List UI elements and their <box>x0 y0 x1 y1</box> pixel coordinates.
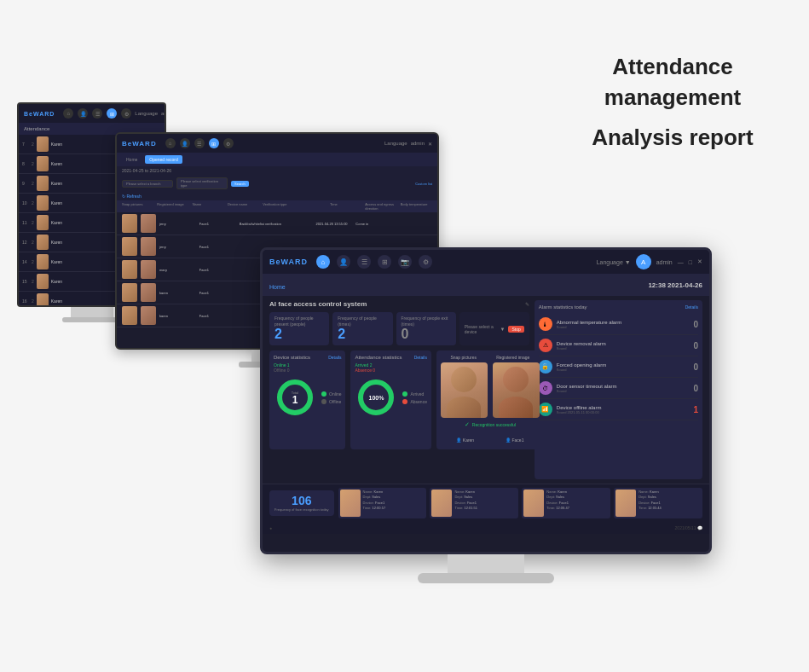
m3-header-bar: Home 12:38 2021-04-26 <box>263 274 709 296</box>
nav-icon-person[interactable]: 👤 <box>78 108 88 119</box>
legend-arrived: Arrived <box>402 391 426 397</box>
alarm-count: 1 <box>693 405 698 414</box>
monitor-dashboard: BeWARD ⌂ 👤 ☰ ⊞ 📷 ⚙ Language ▼ A admin — … <box>260 247 712 605</box>
td-time: 2021-04-26 13:55:00 <box>315 222 352 226</box>
strip-count: 106 <box>274 494 329 507</box>
m2-close[interactable]: ✕ <box>428 141 432 147</box>
m3-nav-list[interactable]: ☰ <box>357 255 371 269</box>
search-button[interactable]: Search <box>231 181 249 187</box>
alarm-item: ⏱ Door sensor timeout alarm Sound 0 <box>539 378 698 399</box>
card-info: Name: Karen Dept: Sales Device: Face1 Ti… <box>363 490 386 517</box>
m3-minimize[interactable]: — <box>678 259 684 265</box>
td-direction: Come in <box>355 222 392 226</box>
m2-nav-person[interactable]: 👤 <box>180 138 190 148</box>
monitor-1-logo: BeWARD <box>24 111 55 117</box>
attendance-details-btn[interactable]: Details <box>414 355 427 360</box>
m3-nav-camera[interactable]: 📷 <box>398 255 412 269</box>
m3-nav-grid[interactable]: ⊞ <box>378 255 391 269</box>
m3-bottom-left: ● <box>269 525 272 530</box>
nav-icon-active[interactable]: ⊞ <box>107 108 117 119</box>
nav-icon-settings[interactable]: ⚙ <box>121 108 131 119</box>
m3-right: Alarm statistics today Details 🌡 Abnorma… <box>535 300 702 479</box>
row-dept: 2 <box>32 200 34 206</box>
stop-btn[interactable]: Stop <box>508 326 523 333</box>
card-info: Name: Karen Dept: Sales Device: Face1 Ti… <box>454 490 477 517</box>
row-avatar <box>37 274 49 289</box>
m2-nav-home[interactable]: ⌂ <box>165 138 176 148</box>
m2-nav-list[interactable]: ☰ <box>194 138 205 148</box>
tab-opened-record[interactable]: Opened record <box>145 155 182 164</box>
nav-admin: admin <box>161 111 166 116</box>
filter-input-2[interactable]: Please select verification type <box>176 177 228 189</box>
freq-present-value: 2 <box>274 327 324 342</box>
td-name: jerry <box>159 222 196 226</box>
snap-names-row: 👤 Karen 👤 Face1 <box>441 430 540 445</box>
alarm-item: 🌡 Abnormal temperature alarm Sound 0 <box>539 314 698 335</box>
tab-home[interactable]: Home <box>122 155 142 164</box>
row-num: 8 <box>22 161 29 166</box>
m3-close[interactable]: ✕ <box>697 258 702 265</box>
row-num: 9 <box>22 181 29 186</box>
row-name: Karen <box>51 279 62 284</box>
snap-img <box>122 237 137 256</box>
device-select[interactable]: Please select a device ▼ Stop <box>459 312 529 345</box>
m2-admin: admin <box>411 141 425 146</box>
alarm-sub: Sound <box>557 368 690 372</box>
refresh-btn[interactable]: ↻ Refresh <box>122 194 142 199</box>
strip-card: Name: Karen Dept: Sales Device: Face1 Ti… <box>522 488 610 518</box>
absence-legend-label: Absence <box>410 399 426 404</box>
legend-absence: Absence <box>402 399 426 404</box>
reg-img <box>141 306 156 325</box>
device-donut: Total 1 <box>274 376 316 419</box>
freq-card-times: Frequency of people (times) 2 <box>332 312 392 345</box>
donut-total-value: 1 <box>292 395 298 405</box>
td-name: mary <box>159 268 196 272</box>
reg-img <box>141 214 156 233</box>
strip-card: Name: Karen Dept: Sales Device: Face1 Ti… <box>338 488 427 518</box>
row-num: 10 <box>22 200 29 206</box>
sub-title: Analysis report <box>562 122 783 153</box>
td-device: Face1 <box>199 222 236 226</box>
m3-maximize[interactable]: □ <box>689 259 692 265</box>
row-avatar <box>37 215 49 230</box>
m3-nav-person[interactable]: 👤 <box>337 255 350 269</box>
freq-cards-row: Frequency of people present (people) 2 F… <box>269 312 529 345</box>
attendance-stats-box: Attendance statistics Details Arrived 2 … <box>350 350 431 449</box>
monitor-3-screen: BeWARD ⌂ 👤 ☰ ⊞ 📷 ⚙ Language ▼ A admin — … <box>260 247 712 554</box>
reg-img <box>141 237 156 256</box>
device-offline: Offline 0 <box>274 368 341 373</box>
title-area: Attendance management Analysis report <box>562 51 783 153</box>
m3-left: AI face access control system ✎ Frequenc… <box>269 300 529 479</box>
strip-count-label: Frequency of face recognition today <box>274 507 329 512</box>
reg-label: Registered image <box>496 355 529 360</box>
alarm-count: 0 <box>693 384 698 393</box>
snap-icon: 👤 <box>456 437 462 443</box>
nav-language: Language <box>135 111 158 116</box>
monitor-2-filters: Please select a branch Please select ver… <box>117 175 437 192</box>
offline-label: Offline <box>329 399 341 404</box>
filter-input-1[interactable]: Please select a branch <box>122 180 173 188</box>
nav-icon-home[interactable]: ⌂ <box>63 108 73 119</box>
m3-home-link[interactable]: Home <box>269 284 286 290</box>
alarm-details-btn[interactable]: Details <box>685 304 698 310</box>
td-name: karen <box>159 314 196 318</box>
edit-icon[interactable]: ✎ <box>525 301 529 307</box>
row-avatar <box>37 254 49 269</box>
td-device: Face1 <box>199 245 236 249</box>
device-details-btn[interactable]: Details <box>328 355 341 360</box>
card-info: Name: Karen Dept: Sales Device: Face1 Ti… <box>546 490 569 517</box>
nav-icon-list[interactable]: ☰ <box>92 108 102 119</box>
ai-title-row: AI face access control system ✎ <box>269 300 529 308</box>
m3-nav-home[interactable]: ⌂ <box>316 255 330 269</box>
alarm-sub: Sound 2021-05-11 00:00:00 <box>557 410 690 414</box>
m2-nav-settings[interactable]: ⚙ <box>223 138 234 148</box>
m2-nav-active[interactable]: ⊞ <box>209 138 219 148</box>
strip-cards: Name: Karen Dept: Sales Device: Face1 Ti… <box>338 488 702 518</box>
card-info: Name: Karen Dept: Sales Device: Face1 Ti… <box>639 490 662 517</box>
device-donut-area: Total 1 Online <box>274 376 341 419</box>
row-dept: 2 <box>32 279 34 284</box>
freq-card-exit: Frequency of people exit (times) 0 <box>396 312 456 345</box>
custom-list[interactable]: Custom list <box>415 182 432 186</box>
m3-nav-settings[interactable]: ⚙ <box>419 255 432 269</box>
row-dept: 2 <box>32 220 34 225</box>
